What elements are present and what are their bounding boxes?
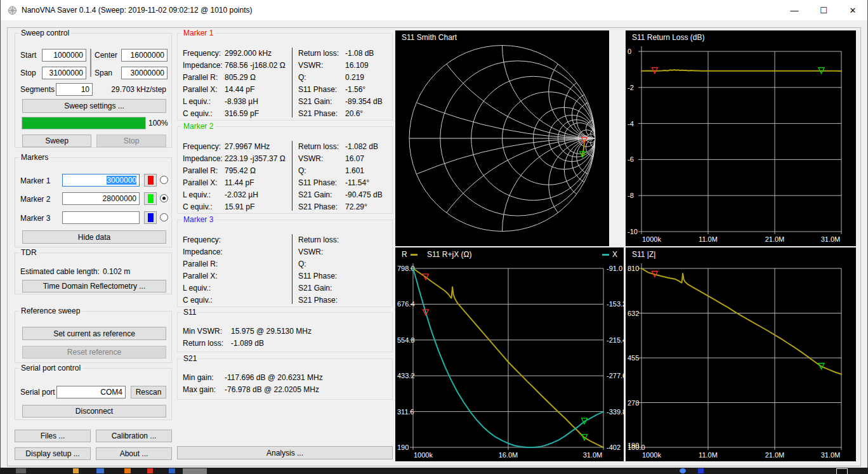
marker1-radio[interactable] <box>160 176 168 184</box>
sweep-settings-button[interactable]: Sweep settings ... <box>22 99 166 113</box>
calibration-button[interactable]: Calibration ... <box>96 430 172 442</box>
field-label: C equiv.: <box>183 294 225 306</box>
field-label: Impedance: <box>183 60 225 72</box>
r-legend-dash-icon <box>411 254 418 256</box>
serial-port-title: Serial port control <box>19 364 82 372</box>
marker1-right-column: Return loss:-1.08 dB VSWR:16.109 Q:0.219… <box>298 48 391 120</box>
tdr-group: TDR Estimated cable length: 0.102 m Time… <box>15 253 172 294</box>
field-label: VSWR: <box>298 60 345 72</box>
field-label: Q: <box>298 258 345 270</box>
field-value: 72.29° <box>345 201 367 213</box>
taskbar-tray-icon[interactable] <box>836 468 848 474</box>
taskbar-app-icon[interactable] <box>124 468 131 473</box>
field-value: 805.29 Ω <box>225 72 256 84</box>
field-value: 27.9967 MHz <box>225 141 270 153</box>
field-label: Return loss: <box>298 141 345 153</box>
maximize-icon[interactable]: ☐ <box>809 0 838 20</box>
r-plus-jx-chart-canvas[interactable]: 798.0676.4554.8433.2311.6190-91.0-153.2-… <box>395 247 624 461</box>
marker2-color-button[interactable] <box>144 192 157 205</box>
field-label: S21 Gain: <box>298 189 345 201</box>
span-value: 30000000 <box>131 69 164 77</box>
set-reference-button[interactable]: Set current as reference <box>22 327 166 340</box>
center-input[interactable]: 16000000 <box>121 49 168 62</box>
marker2-column-divider <box>292 141 293 211</box>
r-legend: R <box>402 250 418 259</box>
taskbar-start-icon[interactable] <box>16 468 26 473</box>
taskbar-app-icon[interactable] <box>147 468 153 473</box>
s11-summary-box: S11 Min VSWR:15.975 @ 29.5130 MHz Return… <box>177 312 393 352</box>
minimize-icon[interactable]: — <box>780 0 809 20</box>
field-value: 795.42 Ω <box>225 165 256 177</box>
rescan-button[interactable]: Rescan <box>131 386 166 398</box>
smith-chart-canvas[interactable] <box>395 30 609 246</box>
marker3-data-box: Marker 3 Frequency: Impedance: Parallel … <box>177 220 393 307</box>
field-label: L equiv.: <box>183 282 225 294</box>
marker1-left-column: Frequency:2992.000 kHz Impedance:768.56 … <box>183 48 291 120</box>
taskbar-app-icon[interactable] <box>169 468 175 473</box>
span-input[interactable]: 30000000 <box>121 67 168 79</box>
stop-button[interactable]: Stop <box>96 135 166 147</box>
field-value: 11.44 pF <box>225 177 254 189</box>
max-gain-value: -76.978 dB @ 22.0205 MHz <box>225 384 319 396</box>
serial-port-label: Serial port <box>20 388 55 397</box>
field-label: Frequency: <box>183 48 225 60</box>
segments-input[interactable]: 10 <box>56 83 93 96</box>
s21-summary-rows: Min gain:-117.696 dB @ 20.6231 MHz Max g… <box>183 372 386 396</box>
s21-summary-box: S21 Min gain:-117.696 dB @ 20.6231 MHz M… <box>177 359 393 400</box>
marker1-input[interactable]: 3000000 <box>62 174 140 187</box>
close-icon[interactable]: ✕ <box>838 0 867 20</box>
svg-text:1000k: 1000k <box>642 235 661 243</box>
span-label: Span <box>95 69 112 77</box>
files-button[interactable]: Files ... <box>15 430 91 442</box>
taskbar-tray-icon[interactable] <box>698 468 704 473</box>
marker2-value: 28000000 <box>103 194 136 203</box>
svg-text:190: 190 <box>628 442 639 449</box>
field-label: S21 Gain: <box>298 282 345 294</box>
sweep-progress-fill <box>22 117 145 129</box>
field-label: L equiv.: <box>183 189 225 201</box>
svg-text:-6: -6 <box>628 155 634 163</box>
taskbar-active-app[interactable] <box>183 468 207 474</box>
marker3-radio[interactable] <box>160 213 168 221</box>
marker1-column-divider <box>292 48 293 117</box>
z-magnitude-chart-title: S11 |Z| <box>632 250 655 259</box>
svg-text:1000k: 1000k <box>414 451 433 459</box>
svg-text:1000k: 1000k <box>642 451 661 459</box>
field-label: S21 Gain: <box>298 96 345 108</box>
marker1-color-button[interactable] <box>144 174 157 187</box>
hide-data-button[interactable]: Hide data <box>22 230 166 244</box>
display-setup-button[interactable]: Display setup ... <box>15 447 91 460</box>
taskbar-app-icon[interactable] <box>96 468 104 473</box>
return-loss-chart-panel: 0-2-4-6-8-101000k11.0M21.0M31.0M S11 Ret… <box>626 30 856 246</box>
marker3-color-button[interactable] <box>144 211 157 224</box>
sweep-control-group: Sweep control Start 1000000 Center 16000… <box>15 33 172 148</box>
serial-port-input[interactable]: COM4 <box>56 386 126 398</box>
svg-text:21.0M: 21.0M <box>765 451 785 459</box>
stop-input[interactable]: 31000000 <box>42 67 86 79</box>
field-label: C equiv.: <box>183 201 225 213</box>
taskbar-tray-icon[interactable] <box>680 468 686 473</box>
taskbar-app-icon[interactable] <box>73 468 79 473</box>
disconnect-button[interactable]: Disconnect <box>22 405 166 418</box>
field-value: -89.354 dB <box>345 96 383 108</box>
start-input[interactable]: 1000000 <box>42 49 86 62</box>
reference-sweep-title: Reference sweep <box>19 306 82 315</box>
marker3-input[interactable] <box>62 211 140 224</box>
field-label: Parallel R: <box>183 165 225 177</box>
marker2-radio[interactable] <box>160 194 168 202</box>
field-label: VSWR: <box>298 246 345 258</box>
z-magnitude-chart-canvas[interactable]: 810632455278100.01901000k11.0M21.0M31.0M <box>626 247 856 461</box>
marker2-input[interactable]: 28000000 <box>62 192 140 205</box>
tdr-button[interactable]: Time Domain Reflectometry ... <box>22 280 166 293</box>
window-controls: — ☐ ✕ <box>780 0 867 20</box>
return-loss-chart-canvas[interactable]: 0-2-4-6-8-101000k11.0M21.0M31.0M <box>626 30 856 246</box>
sweep-button[interactable]: Sweep <box>22 135 91 147</box>
field-label: S11 Phase: <box>298 270 345 282</box>
app-icon <box>8 6 17 15</box>
about-button[interactable]: About ... <box>96 447 172 460</box>
analysis-button[interactable]: Analysis ... <box>177 446 393 459</box>
start-label: Start <box>20 51 36 60</box>
reset-reference-button[interactable]: Reset reference <box>22 346 166 359</box>
field-label: S21 Phase: <box>298 294 345 306</box>
app-window: NanoVNA Saver 0.1.4 (Sweep: 2019-11-02 0… <box>0 0 868 468</box>
